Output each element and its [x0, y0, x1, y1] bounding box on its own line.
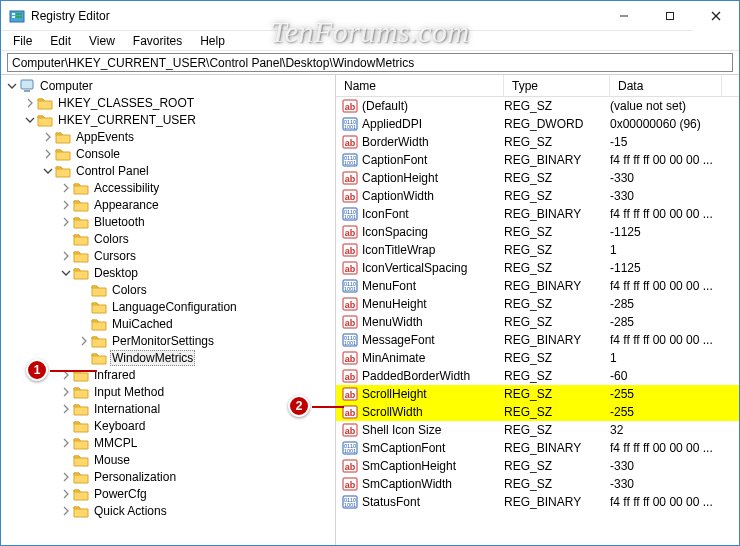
chevron-icon[interactable]: [59, 385, 73, 399]
folder-icon: [37, 112, 53, 128]
value-row[interactable]: ScrollWidthREG_SZ-255: [336, 403, 739, 421]
chevron-icon[interactable]: [23, 96, 37, 110]
folder-icon: [91, 333, 107, 349]
value-row[interactable]: IconFontREG_BINARYf4 ff ff ff 00 00 00 .…: [336, 205, 739, 223]
tree-item-keyboard[interactable]: Keyboard: [1, 417, 335, 434]
tree-item-colors[interactable]: Colors: [1, 230, 335, 247]
chevron-icon[interactable]: [41, 130, 55, 144]
chevron-icon[interactable]: [5, 79, 19, 93]
tree-item-control-panel[interactable]: Control Panel: [1, 162, 335, 179]
annotation-line-2: [312, 406, 344, 408]
tree-item-appevents[interactable]: AppEvents: [1, 128, 335, 145]
maximize-button[interactable]: [647, 1, 693, 31]
string-value-icon: [342, 386, 358, 402]
value-row[interactable]: ScrollHeightREG_SZ-255: [336, 385, 739, 403]
chevron-icon[interactable]: [59, 198, 73, 212]
value-type: REG_BINARY: [504, 495, 610, 509]
chevron-icon[interactable]: [59, 249, 73, 263]
value-row[interactable]: PaddedBorderWidthREG_SZ-60: [336, 367, 739, 385]
value-row[interactable]: IconSpacingREG_SZ-1125: [336, 223, 739, 241]
col-header-name[interactable]: Name: [336, 75, 504, 96]
chevron-icon[interactable]: [77, 334, 91, 348]
value-row[interactable]: MessageFontREG_BINARYf4 ff ff ff 00 00 0…: [336, 331, 739, 349]
chevron-icon[interactable]: [59, 470, 73, 484]
chevron-icon: [77, 317, 91, 331]
menu-file[interactable]: File: [5, 32, 40, 50]
tree-item-windowmetrics[interactable]: WindowMetrics: [1, 349, 335, 366]
minimize-button[interactable]: [601, 1, 647, 31]
chevron-icon[interactable]: [59, 402, 73, 416]
value-row[interactable]: CaptionHeightREG_SZ-330: [336, 169, 739, 187]
tree-item-languageconfiguration[interactable]: LanguageConfiguration: [1, 298, 335, 315]
value-row[interactable]: StatusFontREG_BINARYf4 ff ff ff 00 00 00…: [336, 493, 739, 511]
tree-item-hkey-classes-root[interactable]: HKEY_CLASSES_ROOT: [1, 94, 335, 111]
folder-icon: [73, 180, 89, 196]
value-row[interactable]: AppliedDPIREG_DWORD0x00000060 (96): [336, 115, 739, 133]
tree-item-mmcpl[interactable]: MMCPL: [1, 434, 335, 451]
tree-item-muicached[interactable]: MuiCached: [1, 315, 335, 332]
menu-help[interactable]: Help: [192, 32, 233, 50]
tree-item-quick-actions[interactable]: Quick Actions: [1, 502, 335, 519]
chevron-icon[interactable]: [59, 181, 73, 195]
menu-edit[interactable]: Edit: [42, 32, 79, 50]
tree-item-personalization[interactable]: Personalization: [1, 468, 335, 485]
value-row[interactable]: SmCaptionWidthREG_SZ-330: [336, 475, 739, 493]
value-name: ScrollWidth: [362, 405, 423, 419]
chevron-icon[interactable]: [41, 164, 55, 178]
folder-icon: [73, 486, 89, 502]
menu-view[interactable]: View: [81, 32, 123, 50]
tree-item-infrared[interactable]: Infrared: [1, 366, 335, 383]
string-value-icon: [342, 98, 358, 114]
value-row[interactable]: MenuWidthREG_SZ-285: [336, 313, 739, 331]
chevron-icon[interactable]: [23, 113, 37, 127]
value-row[interactable]: SmCaptionHeightREG_SZ-330: [336, 457, 739, 475]
value-row[interactable]: (Default)REG_SZ(value not set): [336, 97, 739, 115]
chevron-icon[interactable]: [59, 436, 73, 450]
value-row[interactable]: CaptionFontREG_BINARYf4 ff ff ff 00 00 0…: [336, 151, 739, 169]
value-type: REG_SZ: [504, 99, 610, 113]
tree-item-input-method[interactable]: Input Method: [1, 383, 335, 400]
folder-icon: [91, 350, 107, 366]
tree-item-colors[interactable]: Colors: [1, 281, 335, 298]
tree-item-appearance[interactable]: Appearance: [1, 196, 335, 213]
string-value-icon: [342, 404, 358, 420]
tree-item-label: International: [92, 402, 162, 416]
chevron-icon[interactable]: [59, 266, 73, 280]
value-type: REG_SZ: [504, 315, 610, 329]
chevron-icon[interactable]: [59, 487, 73, 501]
value-row[interactable]: SmCaptionFontREG_BINARYf4 ff ff ff 00 00…: [336, 439, 739, 457]
tree-item-hkey-current-user[interactable]: HKEY_CURRENT_USER: [1, 111, 335, 128]
value-row[interactable]: IconVerticalSpacingREG_SZ-1125: [336, 259, 739, 277]
value-row[interactable]: CaptionWidthREG_SZ-330: [336, 187, 739, 205]
tree-item-international[interactable]: International: [1, 400, 335, 417]
value-row[interactable]: MenuHeightREG_SZ-285: [336, 295, 739, 313]
col-header-data[interactable]: Data: [610, 75, 722, 96]
tree-item-cursors[interactable]: Cursors: [1, 247, 335, 264]
value-row[interactable]: BorderWidthREG_SZ-15: [336, 133, 739, 151]
menu-favorites[interactable]: Favorites: [125, 32, 190, 50]
list-body[interactable]: (Default)REG_SZ(value not set)AppliedDPI…: [336, 97, 739, 545]
close-button[interactable]: [693, 1, 739, 31]
tree-item-computer[interactable]: Computer: [1, 77, 335, 94]
chevron-icon[interactable]: [59, 215, 73, 229]
tree-item-mouse[interactable]: Mouse: [1, 451, 335, 468]
tree-item-console[interactable]: Console: [1, 145, 335, 162]
value-row[interactable]: IconTitleWrapREG_SZ1: [336, 241, 739, 259]
value-row[interactable]: MinAnimateREG_SZ1: [336, 349, 739, 367]
col-header-type[interactable]: Type: [504, 75, 610, 96]
tree-item-desktop[interactable]: Desktop: [1, 264, 335, 281]
tree-item-powercfg[interactable]: PowerCfg: [1, 485, 335, 502]
chevron-icon[interactable]: [59, 504, 73, 518]
string-value-icon: [342, 170, 358, 186]
value-row[interactable]: MenuFontREG_BINARYf4 ff ff ff 00 00 00 .…: [336, 277, 739, 295]
tree-item-bluetooth[interactable]: Bluetooth: [1, 213, 335, 230]
value-row[interactable]: Shell Icon SizeREG_SZ32: [336, 421, 739, 439]
tree-item-permonitorsettings[interactable]: PerMonitorSettings: [1, 332, 335, 349]
tree-item-accessibility[interactable]: Accessibility: [1, 179, 335, 196]
value-name: AppliedDPI: [362, 117, 422, 131]
address-input[interactable]: [7, 53, 733, 72]
values-pane: Name Type Data (Default)REG_SZ(value not…: [336, 75, 739, 545]
registry-tree[interactable]: ComputerHKEY_CLASSES_ROOTHKEY_CURRENT_US…: [1, 75, 336, 545]
chevron-icon[interactable]: [41, 147, 55, 161]
annotation-line-1: [50, 370, 97, 372]
